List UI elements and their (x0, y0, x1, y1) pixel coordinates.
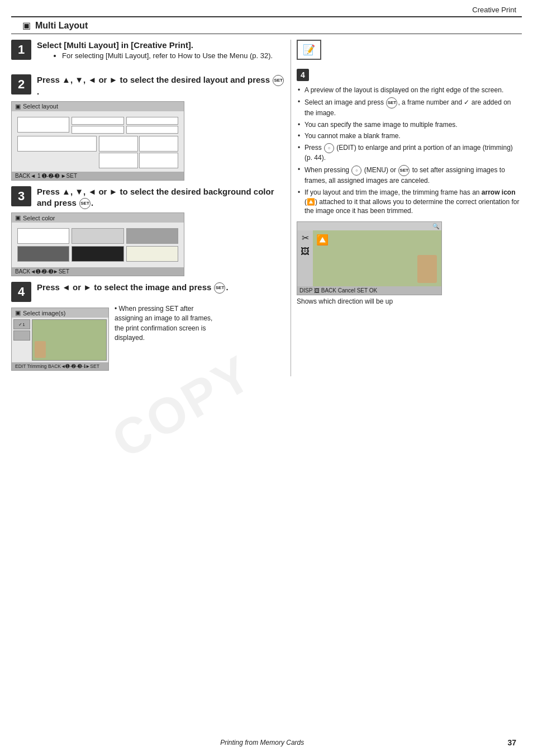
step2-screen: ▣ Select layout (11, 101, 184, 181)
rb6-menu-btn: ○ (351, 166, 361, 176)
color-dgray (17, 246, 69, 262)
header-title: Creative Print (472, 6, 516, 14)
step2-screen-icon: ▣ (15, 103, 21, 110)
layout-right-2 (99, 136, 178, 168)
trim-sidebar: ✂ 🖼 (297, 230, 313, 286)
step3-screen: ▣ Select color BACK◄➊-➋-➌►SET (11, 212, 184, 276)
step4-block: 4 Press ◄ or ► to select the image and p… (11, 282, 285, 376)
trim-figure (417, 255, 437, 283)
step1-bullet1: For selecting [Multi Layout], refer to H… (62, 51, 273, 61)
step4-screen-body: ✓1 (12, 318, 108, 362)
color-gray (126, 228, 178, 244)
step1-block: 1 Select [Multi Layout] in [Creative Pri… (11, 40, 285, 67)
trim-image-mock: 🔍 ✂ 🖼 🔼 DISP 🖾 BACK Cancel SET OK (297, 221, 442, 295)
step4-number: 4 (11, 282, 31, 302)
rb-5: Press ○ (EDIT) to enlarge and print a po… (297, 142, 522, 164)
layout-cell-group2 (72, 117, 123, 134)
note-icon-symbol: 📝 (303, 44, 315, 56)
trim-img-footer: DISP 🖾 BACK Cancel SET OK (297, 286, 441, 295)
rb2-set: SET (386, 97, 397, 108)
step4-bullet: • When pressing SET after assigning an i… (115, 304, 215, 343)
step3-screen-icon: ▣ (15, 214, 21, 221)
step4-or: or (73, 282, 81, 292)
rb-6: When pressing ○ (MENU) or SET to set aft… (297, 164, 522, 187)
rb-4: You cannot make a blank frame. (297, 130, 522, 142)
trim-img-top: 🔍 (297, 222, 441, 230)
step2-text: Press ▲, ▼, ◄ or ► to select the desired… (37, 74, 285, 97)
step4-screen-title: ▣ Select image(s) (12, 308, 108, 318)
right-bullets: A preview of the layout is displayed on … (297, 84, 522, 217)
thumb-2 (13, 330, 30, 341)
trim-sidebar-icon1: ✂ (302, 233, 309, 243)
step2-screen-footer: BACK◄ 1 ➊-➋-➌ ►SET (12, 172, 184, 180)
note-header: 📝 (297, 40, 522, 64)
layout-cell-2b (72, 126, 123, 134)
book-icon: ▣ (22, 20, 31, 31)
page-footer: Printing from Memory Cards 37 (17, 738, 516, 747)
step4-content: ▣ Select image(s) ✓1 (11, 304, 285, 376)
step3-or: or (98, 187, 107, 196)
figure-silhouette (35, 341, 46, 358)
color-grid (15, 226, 180, 264)
lc-5 (139, 153, 178, 168)
step2-screen-body (12, 111, 184, 172)
step4-screen: ▣ Select image(s) ✓1 (11, 308, 109, 371)
step3-number: 3 (11, 186, 31, 206)
arrow-icon-overlay: 🔼 (316, 234, 329, 246)
step3-screen-body (12, 223, 184, 267)
rb-2: Select an image and press SET, a frame n… (297, 96, 522, 119)
layout-cell-1 (17, 117, 69, 133)
layout-cell-group3 (126, 117, 178, 134)
color-lbg (126, 246, 178, 262)
step4-text: Press ◄ or ► to select the image and pre… (37, 282, 285, 294)
step2-screen-title: ▣ Select layout (12, 102, 184, 111)
main-content: 1 Select [Multi Layout] in [Creative Pri… (0, 40, 533, 376)
right-step4-number: 4 (297, 69, 309, 81)
step3-screen-title: ▣ Select color (12, 213, 184, 223)
step2-number: 2 (11, 74, 31, 94)
thumb-badge: ✓1 (13, 319, 30, 329)
step2-or: or (98, 75, 107, 84)
page-number: 37 (507, 738, 516, 747)
color-white (17, 228, 69, 244)
left-column: 1 Select [Multi Layout] in [Creative Pri… (11, 40, 285, 376)
layout-cell-3b (126, 126, 178, 134)
step1-number: 1 (11, 40, 31, 60)
step4-thumb-list: ✓1 (13, 319, 30, 361)
section-title: Multi Layout (35, 21, 88, 31)
step4-set-btn: SET (214, 282, 225, 294)
step2-block: 2 Press ▲, ▼, ◄ or ► to select the desir… (11, 74, 285, 180)
layout-2col (15, 136, 180, 171)
page-header: Creative Print (0, 0, 533, 16)
step3-block: 3 Press ▲, ▼, ◄ or ► to select the desir… (11, 186, 285, 276)
layout-cell-3a (126, 117, 178, 125)
rb-3: You can specify the same image to multip… (297, 119, 522, 131)
rb-1: A preview of the layout is displayed on … (297, 84, 522, 96)
color-black (72, 246, 123, 262)
note-icon: 📝 (297, 40, 321, 60)
shows-direction-text: Shows which direction will be up (297, 297, 522, 305)
layout-cell-2a (72, 117, 123, 125)
step2-set-btn: SET (273, 75, 284, 86)
trim-footer-text: DISP 🖾 BACK Cancel SET OK (299, 287, 377, 294)
step1-bullets: For selecting [Multi Layout], refer to H… (37, 51, 273, 61)
step3-screen-footer: BACK◄➊-➋-➌►SET (12, 267, 184, 276)
zoom-icon: 🔍 (432, 223, 439, 229)
color-lgray (72, 228, 123, 244)
lc-1 (17, 136, 97, 152)
footer-center: Printing from Memory Cards (220, 739, 304, 746)
step3-text: Press ▲, ▼, ◄ or ► to select the desired… (37, 186, 285, 209)
rb-7: If you layout and trim the image, the tr… (297, 187, 522, 217)
section-title-bar: ▣ Multi Layout (11, 16, 522, 34)
rb6-set-btn: SET (398, 165, 410, 176)
step4-screen-icon: ▣ (15, 309, 21, 316)
right-step4-label: 4 (297, 69, 522, 81)
rb5-edit-btn: ○ (324, 143, 334, 153)
right-column: 📝 4 A preview of the layout is displayed… (291, 40, 522, 376)
layout-left-tall (17, 136, 97, 168)
trim-main-image: 🔼 (313, 230, 441, 286)
step3-set-btn: SET (79, 198, 91, 209)
lc-4 (99, 153, 138, 168)
step4-main-image (32, 319, 107, 361)
layout-grid (15, 115, 180, 136)
